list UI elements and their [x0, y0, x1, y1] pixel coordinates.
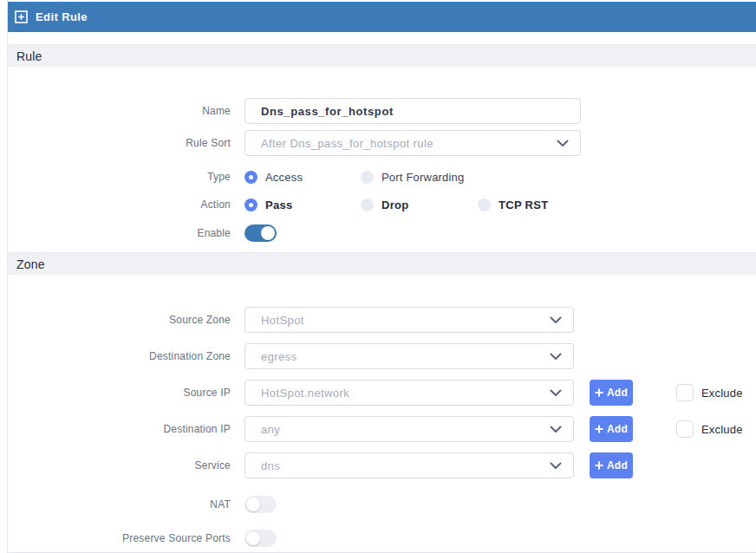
chevron-down-icon: [550, 458, 562, 473]
service-add-button[interactable]: Add: [590, 452, 633, 478]
radio-access[interactable]: Access: [244, 171, 361, 184]
radio-dot-drop[interactable]: [361, 198, 374, 211]
section-header-rule: Rule: [8, 44, 756, 67]
chevron-down-icon: [550, 312, 562, 328]
destination-ip-label: Destination IP: [8, 423, 244, 435]
preserve-source-ports-label: Preserve Source Ports: [8, 532, 244, 544]
radio-dot-access[interactable]: [244, 171, 257, 184]
edit-rule-panel: Edit Rule Rule Name Rule Sort After Dns_…: [7, 0, 756, 553]
add-button-label: Add: [607, 423, 628, 435]
page-title: Edit Rule: [36, 10, 88, 23]
radio-dot-port-forwarding[interactable]: [361, 171, 374, 184]
nat-toggle[interactable]: [244, 496, 277, 513]
radio-dot-pass[interactable]: [244, 198, 257, 211]
add-button-label: Add: [607, 459, 628, 472]
source-ip-exclude-label: Exclude: [701, 387, 743, 400]
preserve-source-ports-row: Preserve Source Ports: [8, 530, 756, 547]
radio-dot-tcp-rst[interactable]: [478, 198, 491, 211]
radio-label-port-forwarding: Port Forwarding: [381, 171, 464, 184]
toggle-knob: [246, 531, 260, 545]
rule-sort-label: Rule Sort: [8, 137, 244, 149]
destination-ip-exclude-label: Exclude: [701, 423, 743, 436]
name-row: Name: [8, 98, 756, 124]
source-ip-exclude-checkbox[interactable]: [676, 384, 694, 401]
service-label: Service: [8, 459, 244, 472]
destination-zone-value: egress: [261, 350, 297, 363]
radio-tcp-rst[interactable]: TCP RST: [478, 198, 548, 211]
toggle-knob: [246, 498, 260, 511]
destination-ip-value: any: [261, 423, 280, 436]
name-label: Name: [8, 105, 244, 117]
preserve-source-ports-toggle[interactable]: [244, 530, 277, 547]
source-ip-row: Source IP HotSpot.network Add Exclude: [8, 380, 756, 406]
destination-ip-exclude: Exclude: [676, 420, 743, 438]
rule-form: Name Rule Sort After Dns_pass_for_hotspo…: [8, 98, 756, 242]
destination-ip-row: Destination IP any Add Exclude: [8, 416, 756, 442]
source-ip-exclude: Exclude: [676, 384, 743, 401]
nat-row: NAT: [8, 496, 756, 513]
enable-row: Enable: [8, 224, 756, 242]
chevron-down-icon: [550, 348, 562, 364]
plus-icon: [595, 461, 603, 470]
type-label: Type: [8, 171, 244, 183]
source-zone-select[interactable]: HotSpot: [244, 307, 574, 333]
service-value: dns: [261, 459, 280, 472]
radio-label-drop: Drop: [381, 198, 409, 211]
plus-icon: [595, 425, 603, 433]
rule-sort-value: After Dns_pass_for_hotspot rule: [261, 137, 433, 150]
action-row: Action Pass Drop TCP RST: [8, 196, 756, 213]
chevron-down-icon: [557, 135, 569, 151]
edit-rule-header-bar: Edit Rule: [8, 2, 756, 32]
enable-toggle[interactable]: [244, 224, 277, 242]
section-title-zone: Zone: [16, 257, 45, 271]
radio-label-pass: Pass: [265, 198, 293, 211]
source-ip-select[interactable]: HotSpot.network: [244, 380, 574, 406]
destination-ip-select[interactable]: any: [244, 416, 574, 442]
section-title-rule: Rule: [16, 49, 42, 63]
chevron-down-icon: [550, 385, 562, 400]
radio-label-access: Access: [265, 171, 303, 184]
destination-zone-row: Destination Zone egress: [8, 343, 756, 369]
source-ip-value: HotSpot.network: [261, 387, 349, 400]
service-row: Service dns Add: [8, 452, 756, 478]
destination-ip-exclude-checkbox[interactable]: [676, 420, 694, 438]
service-select[interactable]: dns: [244, 452, 574, 478]
source-ip-label: Source IP: [8, 387, 244, 399]
enable-label: Enable: [8, 227, 244, 239]
radio-pass[interactable]: Pass: [244, 198, 361, 211]
action-label: Action: [8, 198, 244, 211]
plus-icon: [595, 388, 603, 397]
source-zone-value: HotSpot: [261, 314, 304, 327]
chevron-down-icon: [550, 421, 562, 437]
section-header-zone: Zone: [8, 252, 756, 275]
type-row: Type Access Port Forwarding: [8, 168, 756, 185]
expand-plus-icon[interactable]: [15, 10, 28, 23]
radio-label-tcp-rst: TCP RST: [499, 198, 548, 211]
type-radio-group: Access Port Forwarding: [244, 171, 464, 184]
action-radio-group: Pass Drop TCP RST: [244, 198, 548, 211]
rule-sort-select[interactable]: After Dns_pass_for_hotspot rule: [244, 130, 581, 156]
name-input[interactable]: [244, 98, 581, 124]
toggle-knob: [261, 226, 275, 240]
nat-label: NAT: [8, 498, 244, 511]
destination-ip-add-button[interactable]: Add: [590, 416, 633, 442]
radio-drop[interactable]: Drop: [361, 198, 478, 211]
radio-port-forwarding[interactable]: Port Forwarding: [361, 171, 464, 184]
source-zone-label: Source Zone: [8, 314, 244, 326]
zone-form: Source Zone HotSpot Destination Zone egr…: [8, 307, 756, 547]
add-button-label: Add: [607, 387, 628, 399]
source-zone-row: Source Zone HotSpot: [8, 307, 756, 333]
rule-sort-row: Rule Sort After Dns_pass_for_hotspot rul…: [8, 130, 756, 156]
destination-zone-select[interactable]: egress: [244, 343, 574, 369]
destination-zone-label: Destination Zone: [8, 350, 244, 362]
source-ip-add-button[interactable]: Add: [590, 380, 633, 406]
